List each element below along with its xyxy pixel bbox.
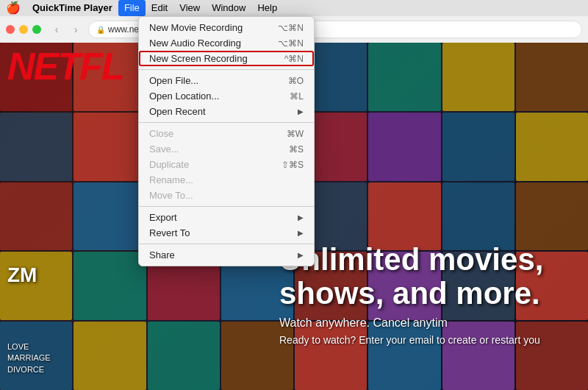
- menu-label: New Movie Recording: [149, 22, 243, 33]
- menu-item-move-to...: Move To...: [139, 188, 314, 203]
- netflix-logo: NETFL: [7, 44, 123, 88]
- menu-item-new-movie-recording[interactable]: New Movie Recording⌥⌘N: [139, 20, 314, 35]
- submenu-arrow-icon: ▶: [298, 251, 304, 259]
- menubar-window[interactable]: Window: [206, 0, 251, 16]
- menu-label: Open Recent: [149, 106, 206, 117]
- menu-shortcut: ⌥⌘N: [278, 23, 304, 33]
- hero-headline: Unlimited movies, shows, and more.: [279, 243, 588, 311]
- menubar-view[interactable]: View: [173, 0, 206, 16]
- lock-icon: 🔒: [96, 26, 105, 34]
- menu-label: Open Location...: [149, 91, 219, 102]
- apple-menu[interactable]: 🍎: [0, 0, 26, 16]
- bg-tile: [74, 252, 146, 320]
- zm-logo: ZM: [7, 263, 37, 287]
- menu-separator: [139, 69, 314, 70]
- bg-tile: [368, 182, 440, 251]
- menu-item-share[interactable]: Share▶: [139, 247, 314, 263]
- watch-text: Watch anywhere. Cancel anytim: [279, 316, 588, 330]
- menu-item-open-recent[interactable]: Open Recent▶: [139, 104, 314, 119]
- menu-label: Move To...: [149, 190, 193, 201]
- menu-label: Save...: [149, 143, 179, 155]
- menu-label: Export: [149, 212, 177, 223]
- menu-item-export[interactable]: Export▶: [139, 210, 314, 225]
- menu-label: Share: [149, 249, 175, 260]
- menu-item-revert-to[interactable]: Revert To▶: [139, 225, 314, 241]
- menu-item-new-screen-recording[interactable]: New Screen Recording^⌘N: [139, 51, 314, 66]
- menu-label: Rename...: [149, 174, 193, 185]
- menubar-help[interactable]: Help: [251, 0, 283, 16]
- menu-shortcut: ⌘L: [290, 91, 304, 102]
- bg-tile: [516, 182, 588, 251]
- submenu-arrow-icon: ▶: [298, 229, 304, 237]
- bg-tile: [74, 182, 146, 251]
- bg-tile: [442, 43, 514, 111]
- menu-label: Duplicate: [149, 159, 189, 170]
- menu-shortcut: ⌘O: [288, 76, 304, 86]
- menu-item-new-audio-recording[interactable]: New Audio Recording⌥⌘N: [139, 35, 314, 51]
- bg-tile: [368, 113, 440, 181]
- menu-separator: [139, 206, 314, 207]
- menubar-file[interactable]: File: [118, 0, 146, 16]
- menu-item-open-file...[interactable]: Open File...⌘O: [139, 73, 314, 88]
- menu-label: New Screen Recording: [149, 53, 248, 64]
- menu-shortcut: ⌘W: [287, 129, 304, 139]
- menu-item-open-location...[interactable]: Open Location...⌘L: [139, 88, 314, 104]
- bg-tile: [74, 322, 146, 390]
- menu-label: Close: [149, 128, 173, 139]
- bg-tile: [0, 182, 72, 251]
- menu-separator: [139, 244, 314, 244]
- bg-tile: [148, 322, 220, 390]
- file-menu-dropdown: New Movie Recording⌥⌘NNew Audio Recordin…: [138, 16, 315, 266]
- menu-label: Revert To: [149, 227, 190, 238]
- menu-shortcut: ⌘S: [289, 144, 304, 155]
- bg-tile: [516, 43, 588, 111]
- menu-item-duplicate: Duplicate⇧⌘S: [139, 157, 314, 172]
- close-button[interactable]: [6, 25, 15, 34]
- bg-tile: [442, 182, 514, 251]
- ready-text: Ready to watch? Enter your email to crea…: [279, 334, 588, 346]
- window-controls: [6, 25, 41, 34]
- forward-button[interactable]: ›: [68, 21, 84, 38]
- menu-separator: [139, 122, 314, 123]
- bg-tile: [442, 113, 514, 181]
- netflix-hero: Unlimited movies, shows, and more. Watch…: [279, 243, 588, 346]
- minimize-button[interactable]: [19, 25, 28, 34]
- bottom-left-text: LOVE MARRIAGE DIVORCE: [7, 341, 51, 375]
- submenu-arrow-icon: ▶: [298, 107, 304, 116]
- menubar: 🍎 QuickTime Player File Edit View Window…: [0, 0, 588, 16]
- bg-tile: [516, 113, 588, 181]
- maximize-button[interactable]: [32, 25, 41, 34]
- menu-item-close: Close⌘W: [139, 126, 314, 141]
- menu-shortcut: ^⌘N: [284, 54, 304, 64]
- menu-shortcut: ⇧⌘S: [282, 160, 304, 170]
- menu-label: New Audio Recording: [149, 38, 241, 49]
- back-button[interactable]: ‹: [49, 21, 65, 38]
- menubar-edit[interactable]: Edit: [146, 0, 173, 16]
- menu-item-save...: Save...⌘S: [139, 141, 314, 157]
- bg-tile: [0, 113, 72, 181]
- bg-tile: [74, 113, 146, 181]
- browser-nav: ‹ ›: [49, 21, 84, 38]
- bg-tile: [368, 43, 440, 111]
- menu-shortcut: ⌥⌘N: [278, 38, 304, 49]
- menu-label: Open File...: [149, 75, 198, 86]
- menu-item-rename...: Rename...: [139, 172, 314, 188]
- menubar-quicktime[interactable]: QuickTime Player: [26, 0, 118, 16]
- submenu-arrow-icon: ▶: [298, 213, 304, 221]
